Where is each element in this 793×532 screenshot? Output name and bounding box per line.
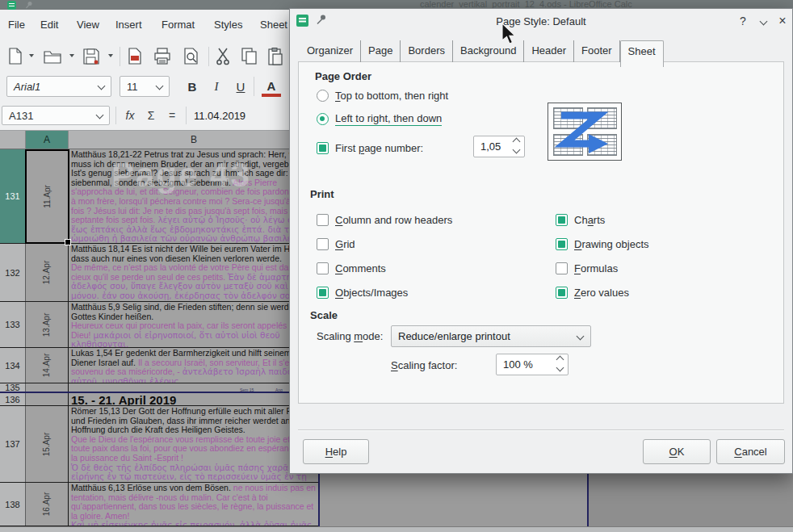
checkbox-icon (556, 287, 568, 299)
scaling-factor-spinner[interactable]: 100 % (496, 354, 569, 375)
export-pdf-button[interactable] (124, 46, 145, 67)
cell-A136[interactable] (26, 393, 69, 405)
checkbox-comments[interactable]: Comments (317, 260, 386, 276)
row-header-133[interactable]: 133 (0, 302, 26, 347)
spin-up-icon[interactable] (513, 138, 521, 146)
shade-button[interactable] (755, 13, 771, 29)
row-header-138[interactable]: 138 (0, 483, 26, 526)
checkbox-drawing-objects[interactable]: Drawing objects (556, 236, 649, 252)
cell-A132[interactable]: 12.Apr (26, 244, 69, 301)
checkbox-column-and-row-headers[interactable]: Column and row headers (317, 212, 452, 228)
spinner-buttons[interactable] (514, 139, 519, 153)
italic-button[interactable]: I (207, 76, 226, 97)
checkbox-charts[interactable]: Charts (556, 212, 605, 228)
formula-input[interactable]: 11.04.2019 (194, 110, 245, 122)
help-button[interactable]: Help (303, 439, 369, 464)
copy-button[interactable] (239, 46, 260, 67)
tab-page[interactable]: Page (361, 40, 401, 62)
font-size-combo[interactable]: 11 (120, 76, 170, 97)
cell-text-segment: Καὶ μὴ εἰσενέγκῃς ἡμᾶς εἰς πειρασμόν, ἀλ… (71, 520, 312, 526)
row-header-137[interactable]: 137 (0, 406, 26, 482)
col-header-b[interactable]: B (69, 131, 320, 149)
save-button[interactable] (81, 46, 102, 67)
radio-top-to-bottom[interactable]: Top to bottom, then right (317, 87, 448, 103)
ok-button[interactable]: OK (643, 439, 711, 464)
checkbox-formulas[interactable]: Formulas (556, 260, 618, 276)
tab-background[interactable]: Background (453, 40, 524, 62)
checkbox-zero-values[interactable]: Zero values (556, 284, 629, 300)
tab-footer[interactable]: Footer (574, 40, 620, 62)
print-preview-button[interactable] (181, 46, 202, 67)
checkbox-grid[interactable]: Grid (317, 236, 355, 252)
dialog-help-icon[interactable]: ? (735, 13, 751, 29)
checkbox-label: Zero values (574, 287, 629, 299)
cell-B131[interactable]: Matthäus 18,21-22 Petrus trat zu Jesus u… (69, 149, 320, 243)
scaling-mode-dropdown[interactable]: Reduce/enlarge printout (391, 325, 591, 347)
menu-sheet[interactable]: Sheet (260, 19, 287, 31)
checkbox-first-page-number[interactable]: First page number: (317, 140, 423, 156)
font-name-combo[interactable]: Arial1 (6, 76, 111, 97)
cancel-button[interactable]: Cancel (716, 439, 785, 464)
spin-down-icon[interactable] (556, 364, 564, 372)
row-header-136[interactable]: 136 (0, 393, 26, 405)
new-document-button[interactable] (5, 46, 26, 67)
bold-button[interactable]: B (183, 76, 202, 97)
function-wizard-button[interactable]: fx (121, 106, 139, 125)
menu-file[interactable]: File (8, 19, 25, 31)
dialog-titlebar[interactable]: Page Style: Default ? × (290, 9, 792, 33)
cell-B133[interactable]: Matthäus 5,9 Selig sind, die Frieden sti… (69, 302, 320, 347)
spin-up-icon[interactable] (556, 356, 564, 364)
radio-left-to-right[interactable]: Left to right, then down (317, 111, 442, 127)
checkbox-objects-images[interactable]: Objects/Images (317, 284, 408, 300)
menu-view[interactable]: View (77, 19, 99, 31)
cell-B137[interactable]: Römer 15,13 Der Gott der Hoffnung erfüll… (69, 406, 320, 482)
save-dropdown[interactable] (108, 54, 113, 57)
tab-borders[interactable]: Borders (401, 40, 453, 62)
open-button[interactable] (42, 46, 63, 67)
row-header-132[interactable]: 132 (0, 244, 26, 301)
row-header-131[interactable]: 131 (0, 149, 26, 243)
cell-B134[interactable]: Lukas 1,54 Er gedenkt der Barmherzigkeit… (69, 348, 320, 383)
cell-B135[interactable]: Sem 15 Ang (69, 383, 320, 392)
tab-header[interactable]: Header (524, 40, 574, 62)
cell-A133[interactable]: 13.Apr (26, 302, 69, 347)
menu-insert[interactable]: Insert (115, 19, 142, 31)
row-header-134[interactable]: 134 (0, 348, 26, 383)
tab-sheet[interactable]: Sheet (620, 40, 664, 67)
row-header-135[interactable]: 135 (0, 383, 26, 392)
save-icon (83, 48, 99, 65)
spinner-buttons[interactable] (557, 357, 563, 371)
sum-button[interactable]: Σ (142, 106, 160, 125)
cell-A135[interactable] (26, 383, 69, 392)
cell-A137[interactable]: 15.Apr (26, 406, 69, 482)
cell-A134[interactable]: 14.Apr (26, 348, 69, 383)
cell-B136[interactable]: 15. - 21. April 2019 (69, 393, 320, 405)
cell-B132[interactable]: Matthäus 18,14 Es ist nicht der Wille be… (69, 244, 320, 301)
cut-button[interactable] (213, 46, 234, 67)
tab-organizer[interactable]: Organizer (300, 40, 361, 62)
font-size-value: 11 (127, 81, 138, 93)
equals-button[interactable]: = (163, 106, 181, 125)
spin-down-icon[interactable] (513, 146, 521, 154)
underline-button[interactable]: U (231, 76, 250, 97)
menu-edit[interactable]: Edit (40, 19, 58, 31)
close-button[interactable]: × (774, 13, 791, 29)
calc-app-icon (7, 1, 16, 10)
print-button[interactable] (152, 46, 173, 67)
first-page-number-spinner[interactable]: 1,05 (473, 136, 525, 157)
paste-button[interactable] (265, 46, 286, 67)
menu-format[interactable]: Format (162, 19, 195, 31)
chevron-down-icon (759, 17, 767, 25)
menu-styles[interactable]: Styles (214, 19, 242, 31)
scaling-mode-label: Scaling mode: (317, 330, 383, 342)
font-color-button[interactable]: A (262, 77, 281, 97)
cell-B138[interactable]: Matthäus 6,13 Erlöse uns von dem Bösen. … (69, 483, 320, 526)
cell-A138[interactable]: 16.Apr (26, 483, 69, 526)
dropdown-value: Reduce/enlarge printout (398, 330, 510, 342)
corner-header[interactable] (0, 131, 26, 149)
pin-icon[interactable] (316, 14, 327, 25)
col-header-a[interactable]: A (26, 131, 69, 149)
open-dropdown[interactable] (69, 54, 74, 57)
name-box[interactable]: A131 (2, 106, 110, 125)
new-document-dropdown[interactable] (29, 54, 34, 57)
